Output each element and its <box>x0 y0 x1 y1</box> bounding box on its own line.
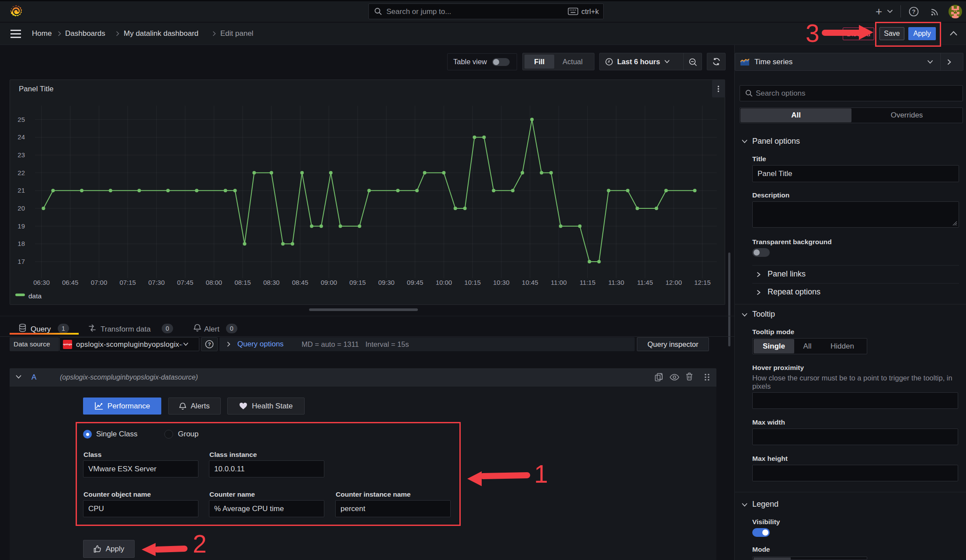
svg-text:11:15: 11:15 <box>580 279 595 286</box>
svg-text:18: 18 <box>17 240 25 247</box>
svg-text:11:00: 11:00 <box>551 279 566 286</box>
svg-text:10:15: 10:15 <box>464 279 481 286</box>
svg-text:24: 24 <box>17 133 25 141</box>
svg-text:07:00: 07:00 <box>91 279 108 286</box>
svg-text:?: ? <box>912 8 916 15</box>
svg-text:?: ? <box>208 342 211 347</box>
svg-text:23: 23 <box>17 151 25 159</box>
svg-text:07:45: 07:45 <box>177 279 194 286</box>
svg-text:09:30: 09:30 <box>378 279 395 286</box>
svg-text:08:00: 08:00 <box>206 279 222 286</box>
svg-text:17: 17 <box>17 258 25 265</box>
svg-text:19: 19 <box>17 222 25 230</box>
svg-text:06:45: 06:45 <box>62 279 79 286</box>
svg-text:25: 25 <box>17 116 25 123</box>
svg-text:07:30: 07:30 <box>148 279 165 286</box>
svg-text:12:15: 12:15 <box>694 279 711 286</box>
svg-text:20: 20 <box>17 204 25 212</box>
svg-text:09:15: 09:15 <box>349 279 366 286</box>
svg-text:10:45: 10:45 <box>522 279 539 286</box>
svg-text:21: 21 <box>17 187 25 194</box>
svg-text:07:15: 07:15 <box>119 279 136 286</box>
svg-text:11:30: 11:30 <box>608 279 624 286</box>
svg-text:10:00: 10:00 <box>436 279 452 286</box>
svg-text:09:45: 09:45 <box>407 279 424 286</box>
svg-text:08:30: 08:30 <box>263 279 280 286</box>
svg-text:10:30: 10:30 <box>493 279 510 286</box>
svg-text:08:15: 08:15 <box>234 279 251 286</box>
svg-text:08:45: 08:45 <box>292 279 309 286</box>
svg-text:data: data <box>28 292 42 300</box>
svg-text:12:00: 12:00 <box>666 279 682 286</box>
svg-text:22: 22 <box>17 169 25 176</box>
svg-text:09:00: 09:00 <box>321 279 337 286</box>
svg-text:06:30: 06:30 <box>33 279 50 286</box>
svg-text:11:45: 11:45 <box>637 279 653 286</box>
